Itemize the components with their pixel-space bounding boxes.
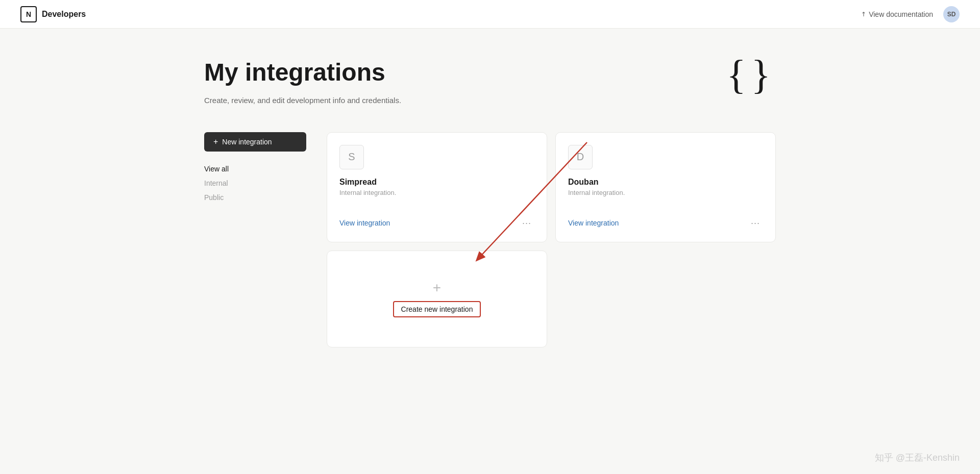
douban-avatar: D [568,145,593,169]
sidebar: + New integration View all Internal Publ… [204,132,306,205]
create-new-integration-card[interactable]: + Create new integration [327,251,547,347]
douban-type: Internal integration. [568,189,763,196]
header-right: ↗ View documentation SD [861,6,960,22]
hero-text: My integrations Create, review, and edit… [204,59,726,107]
simpread-type: Internal integration. [339,189,534,196]
header: N Developers ↗ View documentation SD [0,0,980,29]
header-left: N Developers [20,6,86,22]
hero-section: My integrations Create, review, and edit… [204,59,776,107]
cards-grid: S Simpread Internal integration. View in… [327,132,776,347]
content-layout: + New integration View all Internal Publ… [204,132,776,347]
simpread-view-link[interactable]: View integration [339,219,390,227]
create-plus-icon: + [433,281,441,295]
create-new-integration-label: Create new integration [393,301,481,317]
watermark: 知乎 @王磊-Kenshin [875,452,960,464]
external-link-icon: ↗ [860,10,868,18]
nav-item-view-all[interactable]: View all [204,162,306,176]
page-title: My integrations [204,59,726,86]
notion-logo: N [20,6,37,22]
view-docs-link[interactable]: ↗ View documentation [861,10,933,18]
douban-name: Douban [568,178,763,187]
douban-view-link[interactable]: View integration [568,219,619,227]
app-title: Developers [42,10,86,19]
douban-card-footer: View integration ··· [568,209,763,230]
simpread-more-button[interactable]: ··· [519,217,534,230]
plus-icon: + [213,137,218,146]
douban-more-button[interactable]: ··· [748,217,763,230]
avatar[interactable]: SD [943,6,960,22]
cards-wrapper: S Simpread Internal integration. View in… [327,132,776,347]
simpread-card-footer: View integration ··· [339,209,534,230]
simpread-avatar: S [339,145,364,169]
nav-list: View all Internal Public [204,162,306,205]
nav-item-public[interactable]: Public [204,190,306,205]
integration-card-douban: D Douban Internal integration. View inte… [555,132,776,242]
braces-icon: { } [726,54,776,95]
integration-card-simpread: S Simpread Internal integration. View in… [327,132,547,242]
new-integration-button[interactable]: + New integration [204,132,306,152]
nav-item-internal[interactable]: Internal [204,176,306,190]
simpread-name: Simpread [339,178,534,187]
main-content: My integrations Create, review, and edit… [184,29,796,368]
page-subtitle: Create, review, and edit development inf… [204,94,419,107]
